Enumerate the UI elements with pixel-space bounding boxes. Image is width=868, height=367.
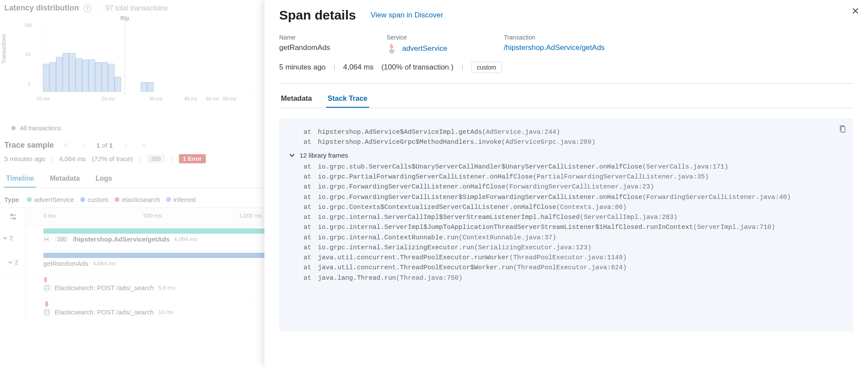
page-next-button[interactable] — [121, 140, 130, 150]
java-icon — [386, 43, 397, 54]
latency-chart[interactable]: Transactions 100 10 1 95p 10 ms 20 ms — [3, 20, 260, 107]
chart-xtick: 30 ms — [149, 96, 162, 101]
latency-total-tx: 97 total transactions — [98, 4, 168, 12]
service-link[interactable]: advertService — [402, 44, 447, 53]
trace-duration: 4,064 ms — [59, 155, 86, 162]
stacktrace-panel: at hipstershop.AdService$AdServiceImpl.g… — [279, 119, 853, 331]
type-custom[interactable]: custom — [80, 196, 109, 203]
span-toggle[interactable]: 2 — [0, 225, 26, 250]
stack-frame: at io.grpc.stub.ServerCalls$UnaryServerC… — [304, 162, 845, 172]
stack-frame: at io.grpc.Contexts$ContextualizedServer… — [304, 202, 845, 212]
stack-frame: at io.grpc.internal.SerializingExecutor.… — [304, 243, 845, 253]
stack-frame: at io.grpc.internal.ServerCallImpl$Serve… — [304, 212, 845, 222]
chart-ytick: 10 — [25, 52, 30, 57]
view-in-discover-link[interactable]: View span in Discover — [371, 11, 443, 20]
stack-frame: at java.util.concurrent.ThreadPoolExecut… — [304, 263, 845, 273]
stack-frame: at java.lang.Thread.run(Thread.java:750) — [304, 273, 845, 283]
chart-bar — [115, 77, 121, 92]
stack-frame: at io.grpc.ForwardingServerCallListener$… — [304, 192, 845, 202]
field-service: Service advertService — [386, 34, 447, 54]
tab-metadata-flyout[interactable]: Metadata — [279, 92, 314, 108]
close-button[interactable] — [851, 7, 859, 16]
row-name: Elasticsearch: POST /ads/_search — [55, 308, 154, 316]
chart-bar — [102, 62, 108, 92]
trace-time-ago: 5 minutes ago — [4, 155, 45, 162]
library-frames-toggle[interactable]: 12 library frames — [289, 150, 845, 160]
chart-ytick: 1 — [28, 81, 30, 86]
svg-point-2 — [45, 285, 50, 287]
flyout-duration: 4,064 ms — [343, 63, 373, 72]
row-name: getRandomAds — [43, 260, 88, 267]
database-icon — [43, 284, 50, 291]
chart-bar — [89, 60, 95, 92]
flyout-time-ago: 5 minutes ago — [279, 63, 326, 72]
latency-title: Latency distribution — [4, 3, 79, 13]
chart-bar — [82, 60, 89, 92]
trace-sample-title: Trace sample — [4, 141, 54, 150]
span-details-flyout: Span details View span in Discover Name … — [264, 0, 868, 367]
tab-logs[interactable]: Logs — [94, 172, 114, 188]
stack-frame: at io.grpc.PartialForwardingServerCallLi… — [304, 172, 845, 182]
span-toggle[interactable]: 2 — [0, 250, 26, 274]
legend-label: All transactions — [20, 125, 61, 132]
transaction-link[interactable]: /hipstershop.AdService/getAds — [504, 43, 604, 52]
help-icon[interactable]: ? — [83, 4, 91, 12]
svg-point-0 — [11, 214, 13, 216]
type-elasticsearch[interactable]: elasticsearch — [115, 196, 160, 203]
chart-xtick: 40 ms — [184, 96, 197, 101]
svg-point-1 — [13, 218, 15, 219]
branch-icon — [43, 236, 50, 243]
row-name: Elasticsearch: POST /ads/_search — [55, 284, 154, 291]
database-icon — [43, 309, 50, 316]
copy-button[interactable] — [839, 125, 846, 137]
chart-bar — [95, 62, 102, 92]
field-transaction: Transaction /hipstershop.AdService/getAd… — [504, 34, 604, 54]
trace-percent: (72% of trace) — [92, 155, 133, 162]
chart-xtick: 60 ms — [223, 96, 236, 101]
legend-dot-icon — [11, 126, 16, 130]
svg-point-3 — [45, 309, 50, 311]
span-bar — [45, 301, 48, 307]
settings-icon — [9, 212, 17, 221]
chart-plot: 95p 10 ms 20 ms 30 ms 40 ms 50 ms 60 ms — [43, 25, 260, 92]
page-last-button[interactable] — [138, 140, 148, 150]
library-frames-label: 12 library frames — [300, 150, 348, 160]
row-status: 200 — [55, 236, 69, 242]
chart-bar — [50, 62, 56, 92]
row-duration: 4,064 ms — [174, 236, 197, 242]
flyout-tag: custom — [471, 62, 502, 73]
tab-stacktrace[interactable]: Stack Trace — [326, 92, 370, 108]
row-duration: 4,064 ms — [92, 260, 116, 267]
stack-frame: at io.grpc.ForwardingServerCallListener.… — [304, 182, 845, 192]
tab-timeline[interactable]: Timeline — [4, 172, 36, 188]
chart-bar — [147, 82, 154, 92]
chart-marker-line — [125, 20, 125, 94]
svg-rect-4 — [841, 127, 845, 132]
close-icon — [851, 7, 859, 15]
span-bar — [44, 277, 47, 282]
error-badge[interactable]: 1 Error — [179, 154, 206, 163]
chevron-down-icon — [3, 235, 8, 241]
type-inferred[interactable]: inferred — [166, 196, 196, 203]
chart-y-label: Transactions — [1, 34, 7, 64]
type-advertservice[interactable]: advertService — [27, 196, 74, 203]
row-duration: 10 ms — [158, 309, 173, 315]
row-duration: 5.8 ms — [158, 284, 175, 291]
stack-frame: at io.grpc.internal.ContextRunnable.run(… — [304, 233, 845, 243]
chevron-down-icon — [8, 260, 13, 265]
status-badge: 200 — [147, 155, 165, 163]
page-first-button[interactable] — [62, 140, 71, 150]
chart-xtick: 10 ms — [36, 96, 50, 101]
page-prev-button[interactable] — [79, 140, 89, 150]
type-label: Type — [4, 196, 19, 203]
chevron-down-icon — [289, 152, 295, 159]
tab-metadata[interactable]: Metadata — [48, 172, 82, 188]
chart-bar — [63, 53, 69, 92]
stack-frame: at java.util.concurrent.ThreadPoolExecut… — [304, 253, 845, 263]
timeline-controls[interactable] — [0, 208, 26, 225]
chart-xtick: 50 ms — [206, 96, 219, 101]
chart-xtick: 20 ms — [102, 96, 115, 101]
flyout-tabs: Metadata Stack Trace — [279, 92, 853, 108]
chart-bar — [141, 82, 147, 92]
chart-bar — [108, 64, 115, 92]
